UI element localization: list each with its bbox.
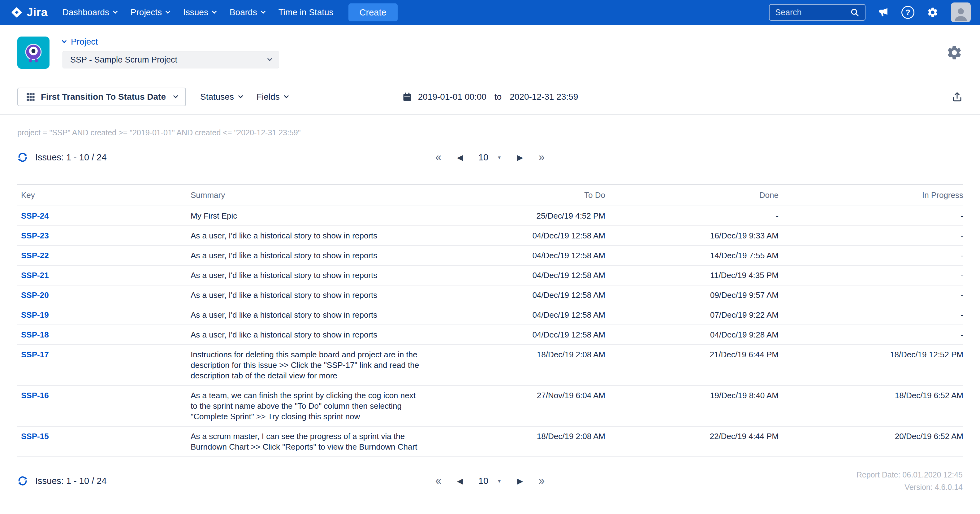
todo-cell: 25/Dec/19 4:52 PM [438,206,605,226]
issue-key-link[interactable]: SSP-17 [21,350,49,359]
issues-table: Key Summary To Do Done In Progress SSP-2… [18,184,963,457]
prev-page-button[interactable]: ◀ [457,477,463,485]
settings-gear-icon[interactable] [946,44,963,61]
nav-item-projects[interactable]: Projects [124,0,177,25]
search-icon[interactable] [850,8,859,17]
search-box[interactable] [769,4,865,21]
summary-cell: Instructions for deleting this sample bo… [191,345,438,385]
search-input[interactable] [775,8,847,18]
inprogress-cell: - [778,246,963,265]
summary-cell: As a user, I'd like a historical story t… [191,246,438,265]
report-type-dropdown[interactable]: First Transition To Status Date [18,88,186,106]
nav-menu: DashboardsProjectsIssuesBoardsTime in St… [56,0,340,25]
create-button[interactable]: Create [348,3,398,21]
refresh-icon[interactable] [18,152,28,163]
export-icon[interactable] [951,91,963,102]
report-date: Report Date: 06.01.2020 12:45 [856,468,963,481]
inprogress-cell: - [778,325,963,345]
todo-cell: 18/Dec/19 2:08 AM [438,345,605,385]
grid-icon [26,92,35,102]
nav-item-dashboards[interactable]: Dashboards [56,0,124,25]
project-meta: Project SSP - Sample Scrum Project [62,37,279,69]
summary-cell: As a user, I'd like a historical story t… [191,265,438,285]
key-cell: SSP-16 [18,385,191,426]
todo-cell: 04/Dec/19 12:58 AM [438,305,605,325]
jira-logo-icon [11,6,23,19]
table-header-row: Key Summary To Do Done In Progress [18,185,963,206]
nav-item-time-in-status[interactable]: Time in Status [272,0,340,25]
issue-key-link[interactable]: SSP-23 [21,231,49,240]
date-range-picker[interactable]: 2019-01-01 00:00 to 2020-12-31 23:59 [402,92,578,102]
todo-cell: 04/Dec/19 12:58 AM [438,226,605,246]
done-cell: - [605,206,778,226]
issue-key-link[interactable]: SSP-15 [21,432,49,441]
date-to-word: to [495,92,502,102]
first-page-button[interactable]: « [435,152,442,163]
todo-cell: 04/Dec/19 12:58 AM [438,325,605,345]
key-cell: SSP-19 [18,305,191,325]
jira-logo[interactable]: Jira [11,6,48,19]
nav-item-label: Boards [230,8,257,18]
project-scope-dropdown[interactable]: Project [62,37,98,47]
last-page-button[interactable]: » [538,475,545,487]
table-row: SSP-16As a team, we can finish the sprin… [18,385,963,426]
issue-key-link[interactable]: SSP-21 [21,271,49,280]
todo-cell: 04/Dec/19 12:58 AM [438,285,605,305]
issue-key-link[interactable]: SSP-22 [21,251,49,260]
fields-dropdown[interactable]: Fields [256,92,288,102]
col-done: Done [605,185,778,206]
project-select-value: SSP - Sample Scrum Project [70,55,268,65]
megaphone-icon[interactable] [878,7,889,18]
next-page-button[interactable]: ▶ [517,153,523,161]
pagination-bottom: « ◀ 10 ▼ ▶ » [435,475,545,487]
nav-item-label: Issues [183,8,208,18]
refresh-icon[interactable] [18,476,28,486]
inprogress-cell: - [778,285,963,305]
table-row: SSP-19As a user, I'd like a historical s… [18,305,963,325]
table-row: SSP-22As a user, I'd like a historical s… [18,246,963,265]
calendar-icon [402,92,412,102]
nav-item-label: Time in Status [278,8,334,18]
statuses-dropdown[interactable]: Statuses [200,92,242,102]
gear-icon[interactable] [927,6,939,18]
issue-key-link[interactable]: SSP-16 [21,391,49,400]
next-page-button[interactable]: ▶ [517,477,523,485]
summary-cell: As a user, I'd like a historical story t… [191,285,438,305]
chevron-down-icon [173,93,178,98]
done-cell: 22/Dec/19 4:44 PM [605,426,778,457]
summary-cell: As a user, I'd like a historical story t… [191,305,438,325]
project-avatar[interactable] [18,37,49,69]
key-cell: SSP-17 [18,345,191,385]
user-avatar[interactable] [951,3,971,22]
fields-label: Fields [256,92,280,102]
key-cell: SSP-23 [18,226,191,246]
nav-item-issues[interactable]: Issues [177,0,223,25]
report-type-label: First Transition To Status Date [41,92,166,102]
help-icon[interactable]: ? [901,6,915,19]
last-page-button[interactable]: » [538,152,545,163]
project-select[interactable]: SSP - Sample Scrum Project [62,51,279,69]
issue-key-link[interactable]: SSP-20 [21,291,49,300]
todo-cell: 04/Dec/19 12:58 AM [438,265,605,285]
filter-bar: First Transition To Status Date Statuses… [0,80,980,115]
chevron-down-icon [238,93,243,98]
col-inprogress: In Progress [778,185,963,206]
first-page-button[interactable]: « [435,475,442,487]
table-row: SSP-20As a user, I'd like a historical s… [18,285,963,305]
table-row: SSP-18As a user, I'd like a historical s… [18,325,963,345]
chevron-down-icon [284,93,289,98]
inprogress-cell: 20/Dec/19 6:52 AM [778,426,963,457]
issue-key-link[interactable]: SSP-18 [21,330,49,339]
todo-cell: 18/Dec/19 2:08 AM [438,426,605,457]
page-size-select[interactable]: 10 ▼ [478,476,502,486]
done-cell: 19/Dec/19 8:40 AM [605,385,778,426]
nav-item-boards[interactable]: Boards [223,0,272,25]
prev-page-button[interactable]: ◀ [457,153,463,161]
issue-key-link[interactable]: SSP-24 [21,211,49,220]
chevron-down-icon [261,9,266,14]
page-size-select[interactable]: 10 ▼ [478,152,502,163]
date-from: 2019-01-01 00:00 [418,92,487,102]
issue-key-link[interactable]: SSP-19 [21,310,49,319]
nav-item-label: Dashboards [62,8,109,18]
done-cell: 11/Dec/19 4:35 PM [605,265,778,285]
